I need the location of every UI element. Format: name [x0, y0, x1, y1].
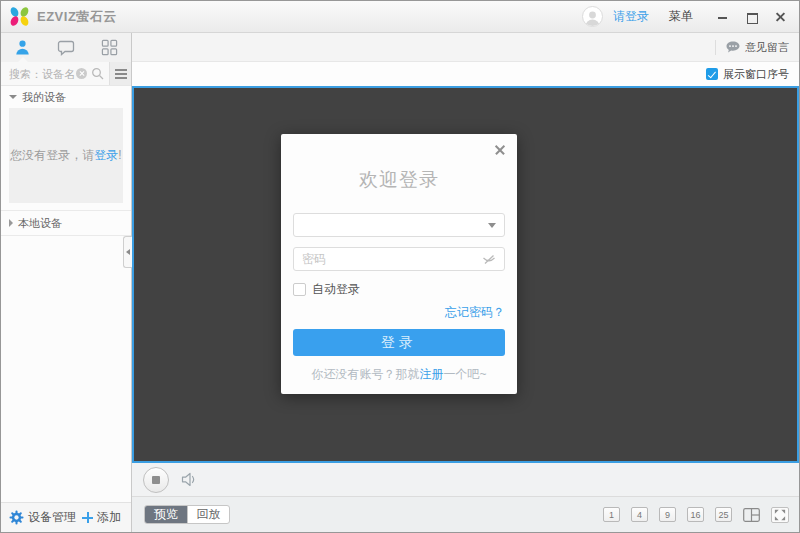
- stop-button[interactable]: [143, 467, 169, 493]
- app-body: 我的设备 您没有登录，请登录! 本地设备: [1, 33, 799, 532]
- titlebar-login-link[interactable]: 请登录: [613, 8, 649, 25]
- sidebar-login-link[interactable]: 登录: [94, 148, 118, 162]
- fullscreen-button[interactable]: [771, 507, 789, 523]
- chevron-down-icon: [488, 223, 496, 228]
- password-input[interactable]: [302, 252, 482, 266]
- layout-button-4[interactable]: 4: [631, 507, 648, 522]
- avatar[interactable]: [582, 6, 603, 27]
- layout-button-16[interactable]: 16: [687, 507, 704, 522]
- dialog-close-button[interactable]: [494, 144, 506, 156]
- hamburger-icon: [115, 67, 127, 81]
- app-window: EZVIZ萤石云 请登录 菜单: [0, 0, 800, 533]
- add-label: 添加: [97, 509, 121, 526]
- sidebar: 我的设备 您没有登录，请登录! 本地设备: [1, 33, 132, 532]
- tab-preview[interactable]: 预览: [145, 506, 187, 523]
- gear-icon: [9, 510, 24, 525]
- caret-down-icon: [9, 95, 17, 99]
- custom-layout-button[interactable]: [743, 508, 760, 522]
- forgot-password-row: 忘记密码？: [293, 304, 505, 321]
- sidebar-collapse-handle[interactable]: [123, 236, 132, 268]
- caret-right-icon: [9, 219, 13, 227]
- app-title: EZVIZ萤石云: [37, 8, 117, 26]
- register-line: 你还没有账号？那就注册一个吧~: [293, 366, 505, 383]
- main-area: 意见留言 展示窗口序号 欢迎登录: [132, 33, 799, 532]
- close-button[interactable]: [775, 11, 787, 23]
- my-devices-label: 我的设备: [22, 90, 66, 105]
- feedback-button[interactable]: 意见留言: [715, 40, 799, 55]
- login-prompt: 您没有登录，请登录!: [10, 147, 121, 164]
- register-prefix: 你还没有账号？那就: [311, 367, 419, 381]
- forgot-password-link[interactable]: 忘记密码？: [445, 305, 505, 319]
- video-window[interactable]: 欢迎登录: [132, 86, 799, 463]
- fullscreen-icon: [774, 509, 786, 521]
- local-devices-header[interactable]: 本地设备: [1, 210, 131, 236]
- register-suffix: 一个吧~: [443, 367, 486, 381]
- maximize-button[interactable]: [746, 11, 758, 23]
- clear-search-icon[interactable]: [76, 68, 87, 79]
- person-icon: [14, 39, 31, 56]
- sidebar-tabbar: [1, 33, 131, 62]
- app-logo: EZVIZ萤石云: [11, 7, 117, 27]
- search-icon[interactable]: [91, 67, 104, 80]
- tab-playback[interactable]: 回放: [187, 506, 229, 523]
- layout-switcher: 1 4 9 16 25: [603, 507, 789, 523]
- menu-button[interactable]: 菜单: [669, 8, 693, 25]
- grid-icon: [101, 39, 118, 56]
- eye-off-icon: [482, 254, 496, 265]
- mode-switcher: 预览 回放: [144, 505, 230, 524]
- tab-messages[interactable]: [44, 33, 87, 62]
- list-view-button[interactable]: [109, 62, 131, 85]
- feedback-label: 意见留言: [745, 40, 789, 55]
- playback-controls: [132, 463, 799, 497]
- sidebar-bottom-bar: 设备管理 添加: [1, 502, 131, 532]
- password-field-wrap: [293, 247, 505, 271]
- auto-login-label: 自动登录: [312, 281, 360, 298]
- window-options-toolbar: 展示窗口序号: [132, 62, 799, 86]
- collapse-arrow-icon: [126, 249, 130, 255]
- login-dialog: 欢迎登录: [281, 134, 517, 394]
- auto-login-checkbox[interactable]: [293, 283, 306, 296]
- login-prompt-suffix: !: [118, 148, 121, 162]
- layout-button-25[interactable]: 25: [715, 507, 732, 522]
- layout-button-9[interactable]: 9: [659, 507, 676, 522]
- login-prompt-prefix: 您没有登录，请: [10, 148, 94, 162]
- titlebar: EZVIZ萤石云 请登录 菜单: [1, 1, 799, 33]
- grid-split-icon: [743, 508, 760, 522]
- toggle-password-visibility[interactable]: [482, 254, 496, 265]
- minimize-button[interactable]: [717, 11, 729, 23]
- ezviz-flower-icon: [11, 7, 30, 27]
- volume-button[interactable]: [181, 472, 198, 487]
- bottom-bar: 预览 回放 1 4 9 16 25: [132, 497, 799, 532]
- my-devices-header[interactable]: 我的设备: [1, 86, 131, 108]
- show-window-number-checkbox[interactable]: [706, 68, 718, 80]
- titlebar-right: 请登录 菜单: [582, 6, 789, 27]
- device-management-button[interactable]: 设备管理: [9, 509, 76, 526]
- plus-icon: [82, 512, 93, 523]
- username-dropdown[interactable]: [293, 213, 505, 237]
- search-row: [1, 62, 131, 86]
- tab-device-grid[interactable]: [88, 33, 131, 62]
- feedback-bubble-icon: [726, 41, 740, 53]
- auto-login-row: 自动登录: [293, 281, 505, 298]
- search-input[interactable]: [1, 68, 76, 80]
- layout-button-1[interactable]: 1: [603, 507, 620, 522]
- stop-icon: [152, 476, 160, 484]
- local-devices-label: 本地设备: [18, 216, 62, 231]
- speaker-icon: [181, 472, 198, 487]
- chat-bubble-icon: [57, 40, 75, 56]
- add-device-button[interactable]: 添加: [82, 509, 121, 526]
- login-prompt-panel: 您没有登录，请登录!: [9, 108, 123, 203]
- feedback-toolbar: 意见留言: [132, 33, 799, 62]
- person-silhouette-icon: [584, 9, 601, 26]
- show-window-number-label: 展示窗口序号: [723, 67, 789, 82]
- register-link[interactable]: 注册: [419, 367, 443, 381]
- active-tab-notch: [18, 57, 28, 62]
- login-button[interactable]: 登录: [293, 329, 505, 356]
- device-management-label: 设备管理: [28, 509, 76, 526]
- dialog-title: 欢迎登录: [293, 167, 505, 193]
